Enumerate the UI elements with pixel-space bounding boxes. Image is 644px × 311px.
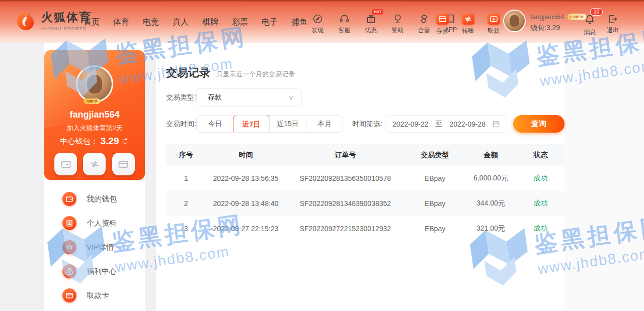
logout-icon — [607, 14, 618, 25]
headset-icon — [339, 14, 350, 24]
sidebar-item-withdraw-card[interactable]: 取款卡 — [44, 283, 145, 307]
time-range-today[interactable]: 今日 — [197, 116, 233, 132]
bonus-icon — [62, 264, 76, 278]
center-wallet: 中心钱包： 3.29 — [44, 136, 145, 147]
status-badge: 成功 — [517, 224, 565, 233]
profile-card: VIP 0 fangjian564 加入火狐体育第2天 中心钱包： 3.29 存… — [44, 50, 145, 180]
logout-button[interactable]: 退出 — [607, 14, 619, 35]
table-row: 3 2022-09-27 22:15:23 SF2022092722152300… — [166, 216, 565, 241]
sidebar-item-vip[interactable]: VIP详情 — [44, 235, 145, 259]
status-badge: 成功 — [517, 174, 565, 183]
profile-joined-text: 加入火狐体育第2天 — [44, 124, 145, 133]
time-range-group: 今日 近7日 近15日 本月 — [196, 115, 343, 133]
top-navbar: 火狐体育 HUOHU SPORTS 首页 体育 电竞 真人 棋牌 彩票 电子 捕… — [0, 0, 644, 43]
nav-link-lottery[interactable]: 彩票 — [232, 17, 248, 28]
refresh-icon[interactable] — [121, 138, 129, 145]
crown-icon — [62, 240, 76, 254]
calendar-icon[interactable] — [493, 121, 500, 128]
profile-username: fangjian564 — [44, 110, 145, 120]
page-title: 交易记录 — [166, 65, 210, 80]
sidebar-deposit-button[interactable]: 存款 — [54, 153, 77, 180]
page-subtitle: 只显示近一个月的交易记录 — [216, 70, 295, 79]
deposit-card-icon — [436, 14, 449, 25]
wallet-balance: 钱包:3.29 — [530, 24, 587, 33]
nav-link-slots[interactable]: 电子 — [262, 17, 278, 28]
transactions-table: 序号 时间 订单号 交易类型 金额 状态 1 2022-09-28 13:56:… — [166, 144, 565, 241]
deposit-button[interactable]: 存款 — [433, 14, 452, 35]
nav-link-sports[interactable]: 体育 — [113, 17, 129, 28]
right-gutter — [565, 43, 644, 311]
sidebar-item-benefits[interactable]: 福利中心 — [44, 259, 145, 283]
date-filter-label: 时间筛选: — [352, 120, 382, 129]
promo-button[interactable]: HOT 优惠 — [361, 14, 380, 35]
nav-link-fishing[interactable]: 捕鱼 — [291, 17, 307, 28]
sponsor-button[interactable]: 赞助 — [388, 14, 407, 35]
date-start: 2022-09-22 — [392, 120, 429, 128]
type-filter-label: 交易类型: — [166, 93, 196, 102]
sidebar-item-my-wallet[interactable]: 我的钱包 — [44, 187, 145, 211]
profile-vip-badge: VIP 0 — [84, 98, 100, 104]
sidebar: VIP 0 fangjian564 加入火狐体育第2天 中心钱包： 3.29 存… — [44, 43, 145, 311]
partner-button[interactable]: 合营 — [415, 14, 434, 35]
sidebar-menu: 我的钱包 个人资料 VIP详情 福利中心 取款卡 — [44, 187, 145, 307]
flame-logo-icon — [14, 9, 36, 31]
nav-link-live[interactable]: 真人 — [173, 17, 189, 28]
time-range-15days[interactable]: 近15日 — [269, 116, 306, 132]
deposit-card-icon — [54, 153, 77, 175]
withdraw-button[interactable]: 取款 — [484, 14, 503, 35]
chevron-down-icon: ∨ — [288, 94, 294, 101]
time-range-7days[interactable]: 近7日 — [233, 115, 270, 133]
table-row: 2 2022-09-28 13:48:40 SF2022092813483900… — [166, 191, 565, 216]
date-end: 2022-09-28 — [449, 120, 486, 128]
hot-badge: HOT — [372, 9, 383, 15]
table-row: 1 2022-09-28 13:56:35 SF2022092813563500… — [166, 166, 565, 191]
profile-actions: 存款 转账 取款 — [44, 153, 145, 180]
message-count-badge: 30 — [590, 8, 603, 16]
sidebar-withdraw-button[interactable]: 取款 — [112, 153, 135, 180]
time-range-month[interactable]: 本月 — [306, 116, 343, 132]
transfer-icon — [462, 14, 474, 25]
compass-icon — [312, 14, 323, 24]
sidebar-transfer-button[interactable]: 转账 — [83, 153, 106, 180]
sponsor-icon — [392, 14, 403, 24]
search-button[interactable]: 查询 — [513, 115, 565, 133]
user-avatar[interactable] — [503, 10, 526, 32]
nav-link-home[interactable]: 首页 — [84, 17, 100, 28]
sidebar-item-profile[interactable]: 个人资料 — [44, 211, 145, 235]
money-operations: 存款 转账 取款 — [433, 14, 503, 35]
main-content: 交易记录 只显示近一个月的交易记录 交易类型: 存款 ∨ 交易时间: 今日 近7… — [156, 43, 565, 311]
discover-button[interactable]: 发现 — [308, 14, 327, 35]
nav-link-chess[interactable]: 棋牌 — [202, 17, 218, 28]
username: fangjian564 — [530, 13, 564, 21]
user-info: fangjian564 VIP 0 钱包:3.29 — [530, 13, 587, 33]
partner-icon — [419, 14, 430, 24]
nav-link-esports[interactable]: 电竞 — [143, 17, 159, 28]
transfer-button[interactable]: 转账 — [458, 14, 477, 35]
support-button[interactable]: 客服 — [335, 14, 354, 35]
gift-icon — [366, 14, 376, 24]
status-badge: 成功 — [517, 199, 565, 208]
date-separator: 至 — [436, 120, 443, 129]
time-filter-label: 交易时间: — [166, 120, 196, 129]
profile-icon — [62, 216, 76, 230]
selected-type: 存款 — [208, 93, 222, 102]
page: 火狐体育 HUOHU SPORTS 首页 体育 电竞 真人 棋牌 彩票 电子 捕… — [0, 0, 644, 311]
center-wallet-value: 3.29 — [101, 136, 119, 147]
wallet-icon — [62, 192, 76, 206]
profile-avatar[interactable] — [76, 65, 113, 102]
table-header: 序号 时间 订单号 交易类型 金额 状态 — [166, 144, 565, 166]
transaction-type-select[interactable]: 存款 ∨ — [196, 88, 302, 107]
withdraw-icon — [488, 14, 500, 25]
transfer-icon — [83, 153, 106, 175]
withdraw-icon — [112, 153, 135, 175]
brand-logo[interactable]: 火狐体育 HUOHU SPORTS — [14, 9, 92, 31]
bank-card-icon — [62, 288, 76, 302]
messages-button[interactable]: 30 消息 — [584, 14, 596, 37]
date-range-input[interactable]: 2022-09-22 至 2022-09-28 — [385, 115, 507, 133]
main-nav: 首页 体育 电竞 真人 棋牌 彩票 电子 捕鱼 — [84, 17, 307, 28]
